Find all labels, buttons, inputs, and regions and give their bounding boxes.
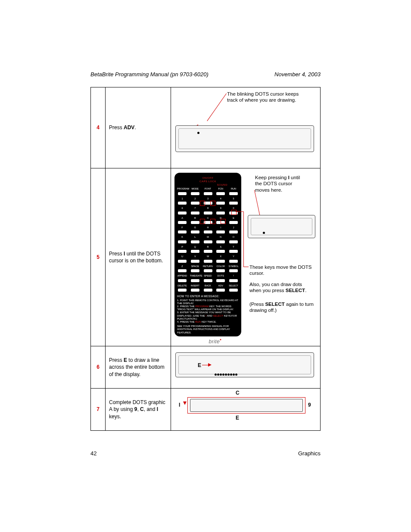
remote-key (229, 289, 238, 292)
remote-key-label: Z (177, 265, 187, 268)
step-instruction: Press I until the DOTS cursor is on the … (106, 168, 171, 346)
remote-key-label: Q (190, 246, 200, 249)
remote-key-label: M (203, 236, 213, 239)
remote-control: ON/OFF CAPS LOCK SOUND PROGRAMMODEFONTFC… (174, 173, 241, 336)
remote-key (204, 289, 212, 292)
remote-key (178, 202, 187, 205)
header-right: November 4, 2003 (274, 71, 321, 78)
remote-key (178, 212, 187, 215)
remote-key-label: A (177, 217, 187, 220)
remote-key (204, 279, 212, 282)
remote-key (229, 269, 238, 272)
remote-key (229, 202, 238, 205)
remote-key (191, 250, 199, 253)
remote-key-label: FONT (203, 187, 213, 190)
remote-key-label: R (203, 246, 213, 249)
remote-key-label: 8 (203, 207, 213, 210)
remote-key-label: MODE (190, 187, 200, 190)
remote-key-label: BACK (203, 284, 213, 287)
remote-key-label: S (215, 246, 226, 249)
remote-key (191, 240, 199, 243)
remote-key-label: FCN (215, 187, 226, 190)
remote-key-label: APPEND (177, 274, 187, 277)
remote-key (216, 289, 225, 292)
remote-key (204, 269, 212, 272)
drawn-dot (227, 373, 230, 376)
table-row: 7 Complete DOTS graphic A by using 9, C,… (91, 389, 321, 431)
remote-key-label: SPACE (190, 265, 200, 268)
page-number: 42 (90, 450, 97, 457)
remote-key-label: F (177, 226, 187, 229)
remote-key (229, 230, 238, 233)
remote-key (216, 192, 225, 195)
remote-key (178, 230, 187, 233)
step-illustration: ON/OFF CAPS LOCK SOUND PROGRAMMODEFONTFC… (171, 168, 321, 346)
remote-key (191, 192, 199, 195)
betabrite-logo: BETAbrite• (177, 337, 239, 345)
remote-key (178, 240, 187, 243)
remote-key (191, 269, 199, 272)
remote-key-label: H (203, 226, 213, 229)
remote-key-label: T (228, 246, 239, 249)
remote-key-label: SELECT (228, 284, 239, 287)
remote-key (191, 260, 199, 263)
sign-display (175, 352, 314, 377)
remote-key-label: 5 (228, 197, 239, 200)
section-title: Graphics (298, 450, 321, 457)
remote-key (229, 221, 238, 224)
remote-key-label: B (190, 217, 200, 220)
remote-key (204, 240, 212, 243)
callout-text: Also, you can draw dots when you press S… (249, 281, 314, 294)
key-label: E (236, 414, 239, 421)
key-label: I (179, 401, 180, 408)
remote-key-label: SPEED (203, 274, 213, 277)
remote-key (204, 230, 212, 233)
callout-text: These keys move the DOTS cursor. (249, 264, 312, 277)
remote-key (178, 250, 187, 253)
remote-key (178, 289, 187, 292)
key-label: E (198, 362, 201, 369)
remote-key (229, 192, 238, 195)
dots-cursor (263, 232, 265, 234)
remote-key-label: J (228, 226, 239, 229)
step-instruction: Complete DOTS graphic A by using 9, C, a… (106, 389, 171, 431)
page-header: BetaBrite Programming Manual (pn 9703-60… (90, 71, 321, 78)
remote-key-label: RUN (228, 187, 239, 190)
sign-display (190, 399, 303, 412)
remote-key (216, 202, 225, 205)
step-number: 4 (91, 87, 106, 168)
drawn-dot (220, 373, 222, 376)
remote-key-label: TIME/DATE (190, 274, 200, 277)
remote-key-label: V (190, 255, 200, 258)
step-number: 7 (91, 389, 106, 431)
remote-key-label: 9 (215, 207, 226, 210)
drawn-dot (225, 373, 227, 376)
remote-key (216, 260, 225, 263)
remote-key (216, 250, 225, 253)
remote-key-label: K (177, 236, 187, 239)
remote-key-label: G (190, 226, 200, 229)
remote-key-label: ! (228, 274, 239, 277)
remote-key (216, 279, 225, 282)
arrow-icon (208, 363, 212, 367)
step-instruction: Press E to draw a line across the entire… (106, 346, 171, 389)
drawn-dot (235, 373, 237, 376)
sign-display (248, 215, 315, 238)
remote-key (204, 192, 212, 195)
page: BetaBrite Programming Manual (pn 9703-60… (0, 0, 411, 532)
step-number: 6 (91, 346, 106, 389)
remote-key-label: 6 (177, 207, 187, 210)
remote-key (216, 212, 225, 215)
drawn-dot (215, 373, 217, 376)
remote-key-label: O (228, 236, 239, 239)
remote-key-label: 1 (177, 197, 187, 200)
remote-key-label: ADV (215, 284, 226, 287)
step-number: 5 (91, 168, 106, 346)
remote-key (178, 279, 187, 282)
remote-key (191, 212, 199, 215)
arrow-icon (183, 401, 187, 405)
callout-text: (Press SELECT again to turn drawing off.… (249, 301, 314, 314)
drawn-dot (222, 373, 224, 376)
step-illustration: E (171, 346, 321, 389)
remote-key-label: Y (228, 255, 239, 258)
